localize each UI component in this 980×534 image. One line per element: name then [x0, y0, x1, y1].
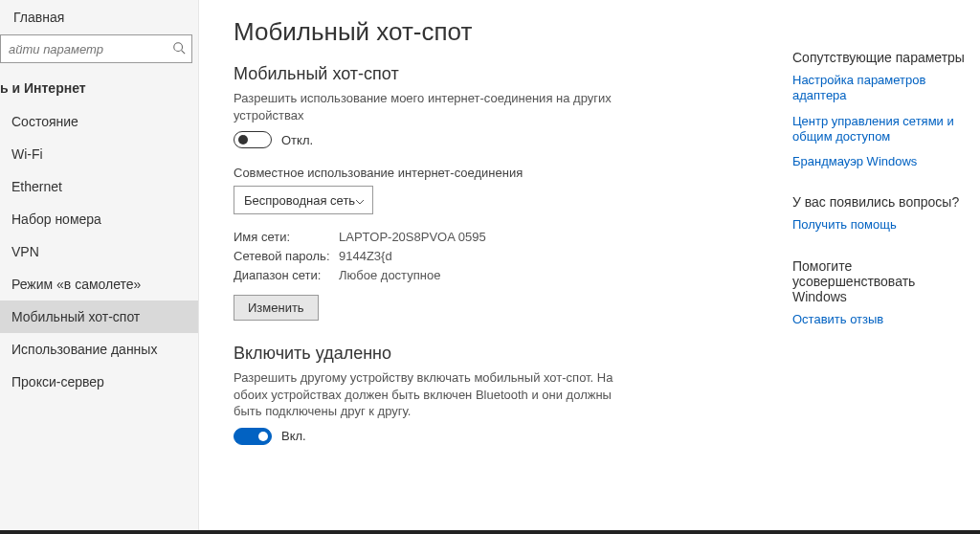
network-band-val: Любое доступное: [339, 268, 440, 282]
category-title: ь и Интернет: [0, 73, 198, 105]
remote-toggle-label: Вкл.: [281, 429, 306, 443]
hotspot-heading: Мобильный хот-спот: [234, 64, 635, 84]
hotspot-desc: Разрешить использование моего интернет-с…: [234, 90, 635, 123]
network-band-key: Диапазон сети:: [234, 268, 339, 282]
feedback-link[interactable]: Оставить отзыв: [792, 312, 969, 327]
sidebar-item[interactable]: Набор номера: [0, 203, 198, 235]
hotspot-toggle[interactable]: [234, 131, 272, 148]
remote-desc: Разрешить другому устройству включать мо…: [234, 369, 635, 420]
network-name-key: Имя сети:: [234, 230, 339, 244]
sidebar-item[interactable]: VPN: [0, 235, 198, 268]
sharing-selected: Беспроводная сеть: [244, 193, 355, 208]
home-link[interactable]: Главная: [0, 6, 198, 34]
main-content: Мобильный хот-спот Мобильный хот-спот Ра…: [199, 0, 789, 534]
hotspot-toggle-label: Откл.: [281, 133, 313, 147]
related-link-adapter[interactable]: Настройка параметров адаптера: [792, 73, 969, 104]
sidebar-item[interactable]: Прокси-сервер: [0, 366, 198, 398]
sharing-label: Совместное использование интернет-соедин…: [234, 166, 635, 180]
nav-list: СостояниеWi-FiEthernetНабор номераVPNРеж…: [0, 105, 198, 398]
sidebar-item[interactable]: Состояние: [0, 105, 198, 138]
feedback-title: Помогите усовершенствовать Windows: [792, 258, 969, 304]
help-title: У вас появились вопросы?: [792, 194, 969, 210]
remote-toggle[interactable]: [234, 428, 272, 445]
help-link[interactable]: Получить помощь: [792, 217, 969, 233]
search-input[interactable]: [9, 42, 172, 56]
search-box[interactable]: [0, 34, 192, 63]
network-pass-key: Сетевой пароль:: [234, 249, 339, 263]
sidebar: Главная ь и Интернет СостояниеWi-FiEther…: [0, 0, 199, 534]
remote-heading: Включить удаленно: [234, 344, 635, 364]
network-pass-val: 9144Z3{d: [339, 249, 392, 263]
sidebar-item[interactable]: Режим «в самолете»: [0, 268, 198, 300]
right-rail: Сопутствующие параметры Настройка параме…: [789, 0, 980, 534]
chevron-down-icon: [355, 195, 365, 205]
edit-button[interactable]: Изменить: [234, 295, 319, 321]
page-title: Мобильный хот-спот: [234, 17, 769, 47]
sidebar-item[interactable]: Использование данных: [0, 333, 198, 366]
svg-line-1: [182, 50, 186, 54]
search-icon: [172, 41, 186, 57]
taskbar[interactable]: [0, 530, 980, 534]
related-link-firewall[interactable]: Брандмауэр Windows: [792, 154, 969, 169]
svg-point-0: [174, 42, 183, 51]
related-link-network-center[interactable]: Центр управления сетями и общим доступом: [792, 114, 969, 145]
network-name-val: LAPTOP-20S8PVOA 0595: [339, 230, 486, 244]
sidebar-item[interactable]: Ethernet: [0, 170, 198, 203]
related-title: Сопутствующие параметры: [792, 50, 969, 65]
sidebar-item[interactable]: Wi-Fi: [0, 138, 198, 170]
sharing-dropdown[interactable]: Беспроводная сеть: [234, 186, 373, 214]
sidebar-item[interactable]: Мобильный хот-спот: [0, 300, 198, 333]
